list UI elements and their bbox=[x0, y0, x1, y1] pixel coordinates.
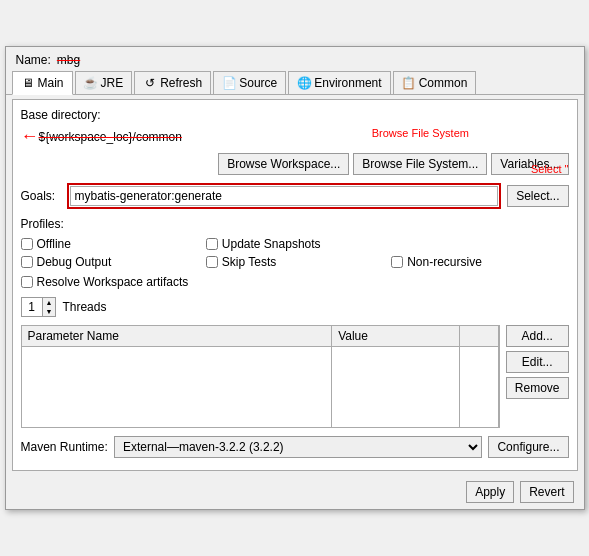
update-snapshots-label: Update Snapshots bbox=[222, 237, 321, 251]
maven-runtime-select[interactable]: External—maven-3.2.2 (3.2.2) bbox=[114, 436, 483, 458]
base-dir-label: Base directory: bbox=[21, 108, 569, 122]
browse-workspace-button[interactable]: Browse Workspace... bbox=[218, 153, 349, 175]
goals-input-wrapper bbox=[67, 183, 502, 209]
environment-tab-icon: 🌐 bbox=[297, 76, 311, 90]
tab-source-label: Source bbox=[239, 76, 277, 90]
tab-common[interactable]: 📋 Common bbox=[393, 71, 477, 94]
bottom-buttons: Apply Revert bbox=[6, 475, 584, 509]
name-label: Name: bbox=[16, 53, 51, 67]
select-button[interactable]: Select... bbox=[507, 185, 568, 207]
skip-tests-checkbox-item[interactable]: Skip Tests bbox=[206, 255, 383, 269]
update-snapshots-checkbox[interactable] bbox=[206, 238, 218, 250]
offline-checkbox[interactable] bbox=[21, 238, 33, 250]
debug-output-checkbox[interactable] bbox=[21, 256, 33, 268]
tab-jre[interactable]: ☕ JRE bbox=[75, 71, 133, 94]
edit-button[interactable]: Edit... bbox=[506, 351, 569, 373]
revert-button[interactable]: Revert bbox=[520, 481, 573, 503]
params-area: Parameter Name Value Ad bbox=[21, 325, 569, 428]
non-recursive-label: Non-recursive bbox=[407, 255, 482, 269]
browse-fs-annotation: Browse File System bbox=[372, 127, 469, 139]
threads-up-button[interactable]: ▲ bbox=[43, 298, 56, 307]
select-btn-wrapper: Select " Select... bbox=[507, 185, 568, 207]
params-col3 bbox=[459, 326, 498, 347]
checkboxes-grid: Offline Update Snapshots Debug Output Sk… bbox=[21, 237, 569, 269]
tab-common-label: Common bbox=[419, 76, 468, 90]
goals-label: Goals: bbox=[21, 189, 61, 203]
threads-down-button[interactable]: ▼ bbox=[43, 307, 56, 316]
params-table-body bbox=[22, 347, 499, 427]
content-area: Base directory: ← ${workspace_loc}/commo… bbox=[12, 99, 578, 471]
debug-output-label: Debug Output bbox=[37, 255, 112, 269]
skip-tests-checkbox[interactable] bbox=[206, 256, 218, 268]
tabs-bar: 🖥 Main ☕ JRE ↺ Refresh 📄 Source 🌐 Enviro… bbox=[6, 71, 584, 95]
tab-environment-label: Environment bbox=[314, 76, 381, 90]
tab-source[interactable]: 📄 Source bbox=[213, 71, 286, 94]
base-dir-value-row: ← ${workspace_loc}/common bbox=[21, 126, 569, 147]
params-buttons: Add... Edit... Remove bbox=[506, 325, 569, 428]
common-tab-icon: 📋 bbox=[402, 76, 416, 90]
non-recursive-checkbox[interactable] bbox=[391, 256, 403, 268]
tab-refresh-label: Refresh bbox=[160, 76, 202, 90]
table-row bbox=[22, 347, 499, 427]
threads-value: 1 bbox=[22, 299, 42, 315]
resolve-workspace-label: Resolve Workspace artifacts bbox=[37, 275, 189, 289]
resolve-workspace-checkbox[interactable] bbox=[21, 276, 33, 288]
browse-buttons-row: Browse Workspace... Browse File System B… bbox=[21, 153, 569, 175]
source-tab-icon: 📄 bbox=[222, 76, 236, 90]
maven-row: Maven Runtime: External—maven-3.2.2 (3.2… bbox=[21, 436, 569, 458]
base-dir-arrow: ← bbox=[21, 126, 39, 147]
threads-arrows: ▲ ▼ bbox=[42, 298, 56, 316]
browse-filesystem-wrapper: Browse File System Browse File System... bbox=[353, 153, 487, 175]
apply-button[interactable]: Apply bbox=[466, 481, 514, 503]
browse-filesystem-button[interactable]: Browse File System... bbox=[353, 153, 487, 175]
resolve-row: Resolve Workspace artifacts bbox=[21, 275, 569, 289]
goals-row: Goals: Select " Select... bbox=[21, 183, 569, 209]
skip-tests-label: Skip Tests bbox=[222, 255, 276, 269]
jre-tab-icon: ☕ bbox=[84, 76, 98, 90]
threads-spinner: 1 ▲ ▼ bbox=[21, 297, 57, 317]
main-tab-icon: 🖥 bbox=[21, 76, 35, 90]
select-annotation: Select " bbox=[531, 163, 569, 175]
tab-main[interactable]: 🖥 Main bbox=[12, 71, 73, 95]
name-row: Name: mbg bbox=[6, 47, 584, 71]
name-value: mbg bbox=[57, 53, 80, 67]
tab-refresh[interactable]: ↺ Refresh bbox=[134, 71, 211, 94]
offline-checkbox-item[interactable]: Offline bbox=[21, 237, 198, 251]
resolve-workspace-checkbox-item[interactable]: Resolve Workspace artifacts bbox=[21, 275, 189, 289]
non-recursive-checkbox-item[interactable]: Non-recursive bbox=[391, 255, 568, 269]
refresh-tab-icon: ↺ bbox=[143, 76, 157, 90]
tab-main-label: Main bbox=[38, 76, 64, 90]
debug-output-checkbox-item[interactable]: Debug Output bbox=[21, 255, 198, 269]
add-button[interactable]: Add... bbox=[506, 325, 569, 347]
tab-environment[interactable]: 🌐 Environment bbox=[288, 71, 390, 94]
profiles-label: Profiles: bbox=[21, 217, 569, 231]
threads-label: Threads bbox=[62, 300, 106, 314]
goals-input[interactable] bbox=[70, 186, 499, 206]
base-dir-value: ${workspace_loc}/common bbox=[39, 130, 569, 144]
main-dialog: Name: mbg 🖥 Main ☕ JRE ↺ Refresh 📄 Sourc… bbox=[5, 46, 585, 510]
params-col2: Value bbox=[332, 326, 460, 347]
params-table: Parameter Name Value bbox=[22, 326, 499, 427]
update-snapshots-checkbox-item[interactable]: Update Snapshots bbox=[206, 237, 383, 251]
configure-button[interactable]: Configure... bbox=[488, 436, 568, 458]
offline-label: Offline bbox=[37, 237, 71, 251]
maven-runtime-label: Maven Runtime: bbox=[21, 440, 108, 454]
remove-button[interactable]: Remove bbox=[506, 377, 569, 399]
tab-jre-label: JRE bbox=[101, 76, 124, 90]
params-col1: Parameter Name bbox=[22, 326, 332, 347]
threads-row: 1 ▲ ▼ Threads bbox=[21, 297, 569, 317]
params-table-wrapper: Parameter Name Value bbox=[21, 325, 500, 428]
